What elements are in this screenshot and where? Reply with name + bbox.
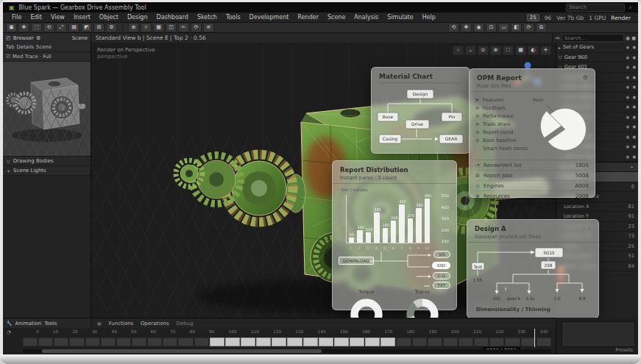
property-value[interactable]: 0 [631, 184, 634, 190]
toolbar-icon[interactable]: ≋ [203, 23, 214, 32]
flow-source-box[interactable]: DOWNLOAD [339, 257, 374, 265]
render-toggle-icon[interactable]: ◼ [632, 75, 636, 79]
list-item[interactable]: ✦ Scene Lights [3, 166, 91, 176]
camera-toggle-icon[interactable]: ◼ [631, 35, 636, 41]
toolbar-icon[interactable]: ⊕ [128, 23, 139, 32]
flow-pill[interactable]: S/S [433, 251, 450, 258]
outliner-row[interactable]: ▽ Gear 960 ◉ ◼ [556, 53, 638, 63]
menu-item[interactable]: Dashboard [152, 13, 193, 23]
viewport-icon[interactable]: ‹ [453, 46, 464, 55]
eye-icon[interactable]: ◉ [626, 35, 630, 41]
opm-list-item[interactable]: ⚙ Base baseline [475, 136, 528, 144]
presets-label[interactable]: Presets [615, 347, 633, 353]
timeline-tab[interactable]: Animation [15, 321, 42, 326]
browser-mode-dropdown[interactable]: Scene [72, 35, 88, 41]
report-distribution-panel[interactable]: Report Distribution Instant parse : 1 co… [332, 160, 457, 310]
toolbar-icon[interactable]: ⬚ [31, 23, 42, 32]
toolbar-icon[interactable]: ▦ [153, 23, 164, 32]
opm-list-item[interactable]: ⚙ Trade share [475, 120, 528, 128]
viewport-icon[interactable]: ✛ [540, 46, 551, 55]
render-toggle-icon[interactable]: ◼ [632, 55, 636, 60]
opm-list-item[interactable]: Smart heart zones [475, 144, 528, 152]
preview-box[interactable] [562, 321, 635, 347]
toolbar-icon[interactable]: ⟲ [43, 23, 54, 32]
opm-report-panel[interactable]: OPM Report ⚙ Rose des files ▼ Features ⚙… [469, 68, 595, 198]
material-chart-panel[interactable]: Material Chart Design Base Pin Drive [371, 67, 470, 154]
render-toggle-icon[interactable]: ◼ [632, 85, 636, 89]
visibility-toggle-icon[interactable]: ◉ [626, 154, 630, 159]
design-tree-panel[interactable]: Design A ⋮⋮ Gaussian pruned-set Trees SG… [467, 219, 599, 318]
property-row[interactable]: Location X 81 [556, 202, 638, 213]
render-toggle-icon[interactable]: ◼ [632, 65, 636, 69]
visibility-toggle-icon[interactable]: ◉ [626, 55, 630, 60]
list-item[interactable]: ▽ Drawing Bodies [3, 157, 91, 166]
menu-item[interactable]: Render [293, 13, 322, 23]
checkbox-icon[interactable]: ☑ [6, 54, 10, 60]
timeline-menu[interactable]: Functions [109, 321, 133, 326]
filter-icon[interactable]: ≔ [555, 35, 560, 41]
viewport-icon[interactable]: ⌄ [465, 46, 476, 55]
toolbar-icon[interactable]: ✂ [178, 23, 189, 32]
timeline-ruler[interactable]: 0102030405060708090100110120130140150160… [36, 329, 548, 336]
visibility-toggle-icon[interactable]: ◉ [626, 65, 630, 69]
render-toggle-icon[interactable]: ◼ [632, 124, 636, 129]
visibility-toggle-icon[interactable]: ◉ [626, 124, 630, 129]
timeline-tab[interactable]: Tools [44, 321, 57, 326]
toolbar-icon[interactable]: ⊡ [486, 23, 497, 32]
visibility-toggle-icon[interactable]: ◉ [626, 135, 630, 139]
viewport-icon[interactable]: ◐ [528, 46, 539, 55]
toolbar-icon[interactable]: ✥ [461, 23, 472, 32]
global-search-input[interactable] [566, 4, 625, 12]
left-tab[interactable]: Details [17, 44, 35, 50]
render-toggle-icon[interactable]: ◼ [632, 104, 636, 109]
toolbar-icon[interactable]: ▤ [68, 23, 79, 32]
menu-item[interactable]: Tools [222, 13, 245, 23]
render-toggle-icon[interactable]: ◼ [632, 115, 636, 119]
property-value[interactable]: 23 [628, 224, 634, 229]
toolbar-icon[interactable]: ▭ [498, 23, 509, 32]
render-mode-label[interactable]: Render [611, 15, 631, 21]
render-toggle-icon[interactable]: ◼ [632, 135, 636, 139]
viewport-icon[interactable]: ⊙ [478, 46, 489, 55]
menu-item[interactable]: Analysis [350, 13, 383, 23]
visibility-toggle-icon[interactable]: ◉ [626, 144, 630, 149]
viewport-icon[interactable]: ⛶ [503, 46, 514, 55]
toolbar-icon[interactable]: ◉ [473, 23, 484, 32]
render-toggle-icon[interactable]: ◼ [632, 154, 636, 159]
viewport-icon[interactable]: ⊕ [490, 46, 501, 55]
visibility-toggle-icon[interactable]: ◉ [626, 104, 630, 109]
opm-list-item[interactable]: ⚙ Feedback [475, 104, 528, 112]
menu-item[interactable]: Design [123, 13, 152, 23]
visibility-toggle-icon[interactable]: ◉ [626, 95, 630, 99]
toolbar-icon[interactable]: ◧ [511, 23, 522, 32]
visibility-toggle-icon[interactable]: ◉ [626, 75, 630, 79]
viewport-icon[interactable]: ▦ [515, 46, 526, 55]
add-property-icon[interactable]: ＋ [629, 163, 634, 171]
playhead[interactable] [534, 329, 535, 347]
toolbar-icon[interactable]: ⧉ [536, 23, 547, 32]
timeline-scrollbar-thumb[interactable] [42, 349, 322, 353]
menu-item[interactable]: Development [245, 13, 294, 23]
menu-item[interactable]: Simulate [383, 13, 417, 23]
menu-item[interactable]: Edit [26, 13, 46, 23]
gear-icon[interactable]: ⚙ [36, 35, 40, 41]
visibility-toggle-icon[interactable]: ◉ [626, 45, 630, 49]
gear-icon[interactable]: ⚙ [583, 74, 588, 81]
toolbar-icon[interactable]: ⟳ [191, 23, 202, 32]
toolbar-icon[interactable]: ▣ [6, 23, 17, 32]
property-value[interactable]: 81 [628, 204, 634, 210]
menu-item[interactable]: File [7, 13, 26, 23]
menu-item[interactable]: Help [418, 13, 440, 23]
toolbar-icon[interactable]: ✥ [18, 23, 29, 32]
viewport-header-text[interactable]: Standard View b | Scene E | Top 2 · 0.56 [96, 35, 206, 41]
menu-item[interactable]: Object [95, 13, 123, 23]
timeline-scrollbar[interactable] [23, 349, 551, 353]
opm-list-item[interactable]: ▼ Features [475, 96, 528, 104]
property-value[interactable]: 51 [628, 253, 634, 259]
flow-pill[interactable]: TXT [433, 282, 450, 289]
opm-list-item[interactable]: ⚙ Report trend [475, 128, 528, 136]
property-value[interactable]: 84 [628, 263, 634, 269]
opm-list-item[interactable]: ⚙ Performance [475, 112, 528, 120]
toolbar-icon[interactable]: ⚙ [106, 23, 117, 32]
toolbar-icon[interactable]: ◫ [166, 23, 177, 32]
